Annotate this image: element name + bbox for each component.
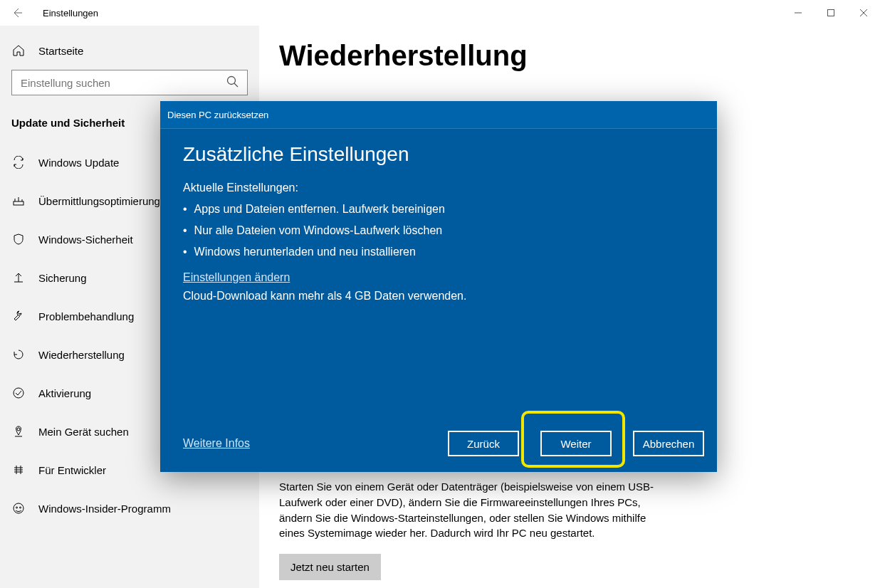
cloud-download-note: Cloud-Download kann mehr als 4 GB Daten …	[183, 290, 694, 303]
shield-icon	[11, 233, 26, 246]
window-title: Einstellungen	[34, 8, 98, 19]
sidebar-item-label: Mein Gerät suchen	[38, 426, 129, 438]
svg-point-7	[20, 507, 21, 508]
sidebar-item-label: Für Entwickler	[38, 464, 106, 476]
sidebar-item-label: Wiederherstellung	[38, 349, 125, 361]
sidebar-item-label: Aktivierung	[38, 387, 91, 399]
delivery-icon	[11, 194, 26, 207]
advanced-startup-description: Starten Sie von einem Gerät oder Datentr…	[279, 479, 656, 541]
wrench-icon	[11, 310, 26, 322]
sidebar-item-label: Windows Update	[38, 157, 119, 169]
search-wrap	[0, 70, 259, 103]
arrow-left-icon	[11, 7, 23, 19]
titlebar-left: Einstellungen	[0, 0, 98, 26]
sync-icon	[11, 156, 26, 169]
insider-icon	[11, 502, 26, 515]
sidebar-item-label: Problembehandlung	[38, 310, 134, 322]
back-button-dialog[interactable]: Zurück	[448, 431, 519, 456]
svg-point-3	[14, 388, 23, 398]
next-button[interactable]: Weiter	[540, 431, 612, 456]
settings-window: Einstellungen Startseite	[0, 0, 880, 588]
change-settings-link[interactable]: Einstellungen ändern	[183, 271, 290, 284]
titlebar: Einstellungen	[0, 0, 880, 26]
sidebar-item-label: Übermittlungsoptimierung	[38, 195, 160, 207]
svg-point-4	[17, 428, 20, 431]
developer-icon	[11, 463, 26, 476]
search-input[interactable]	[11, 70, 248, 95]
svg-rect-2	[14, 201, 23, 205]
sidebar-item-label: Sicherung	[38, 272, 87, 284]
page-title: Wiederherstellung	[279, 40, 860, 72]
home-icon	[11, 44, 26, 57]
list-item: Nur alle Dateien vom Windows-Laufwerk lö…	[183, 220, 694, 241]
minimize-icon	[795, 9, 802, 16]
location-icon	[11, 425, 26, 438]
window-controls	[782, 0, 880, 26]
close-icon	[860, 9, 867, 16]
back-button[interactable]	[0, 0, 34, 26]
recovery-icon	[11, 348, 26, 361]
backup-icon	[11, 271, 26, 284]
restart-now-button[interactable]: Jetzt neu starten	[279, 554, 381, 580]
list-item: Apps und Dateien entfernen. Laufwerk ber…	[183, 199, 694, 220]
sidebar-home-label: Startseite	[38, 45, 83, 57]
reset-pc-dialog: Diesen PC zurücksetzen Zusätzliche Einst…	[160, 101, 717, 472]
sidebar-item-label: Windows-Insider-Programm	[38, 503, 171, 515]
sidebar-item-insider[interactable]: Windows-Insider-Programm	[0, 489, 259, 527]
dialog-heading: Zusätzliche Einstellungen	[183, 143, 694, 166]
close-button[interactable]	[847, 0, 880, 26]
settings-list: Apps und Dateien entfernen. Laufwerk ber…	[183, 199, 694, 263]
maximize-button[interactable]	[814, 0, 847, 26]
cancel-button[interactable]: Abbrechen	[633, 431, 704, 456]
svg-point-6	[16, 507, 18, 508]
sidebar-home[interactable]: Startseite	[0, 31, 259, 70]
svg-point-1	[228, 77, 236, 85]
search-icon	[226, 75, 239, 88]
list-item: Windows herunterladen und neu installier…	[183, 241, 694, 263]
dialog-body: Zusätzliche Einstellungen Aktuelle Einst…	[160, 129, 717, 303]
svg-rect-0	[828, 10, 834, 16]
dialog-footer: Weitere Infos Zurück Weiter Abbrechen	[183, 431, 704, 456]
sidebar-item-label: Windows-Sicherheit	[38, 233, 133, 246]
more-info-link[interactable]: Weitere Infos	[183, 437, 250, 450]
minimize-button[interactable]	[782, 0, 814, 26]
check-circle-icon	[11, 387, 26, 399]
maximize-icon	[827, 9, 834, 16]
dialog-title: Diesen PC zurücksetzen	[160, 101, 717, 129]
dialog-subheading: Aktuelle Einstellungen:	[183, 182, 694, 194]
